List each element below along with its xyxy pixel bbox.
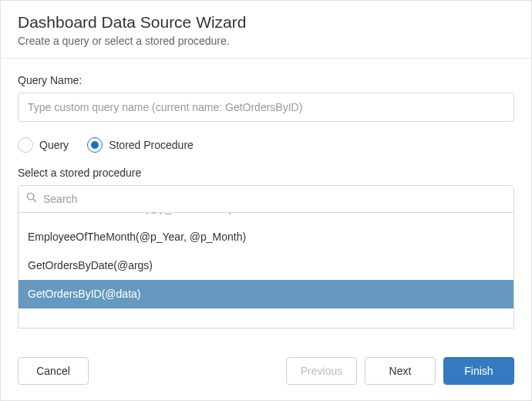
radio-stored-procedure-label: Stored Procedure <box>109 139 194 151</box>
wizard-subtitle: Create a query or select a stored proced… <box>18 35 514 47</box>
wizard-title: Dashboard Data Source Wizard <box>18 13 514 32</box>
cancel-button[interactable]: Cancel <box>18 357 89 385</box>
stored-procedure-search-input[interactable] <box>43 193 506 205</box>
list-item-label: GetOrdersByDate(@args) <box>28 259 153 271</box>
radio-query-label: Query <box>39 139 69 151</box>
next-button[interactable]: Next <box>365 357 436 385</box>
stored-procedure-list[interactable]: CustomerProductDetails(@p_CustomerID) Em… <box>18 213 514 329</box>
previous-button: Previous <box>286 357 357 385</box>
query-name-input[interactable] <box>18 93 514 122</box>
wizard-body: Query Name: Query Stored Procedure Selec… <box>1 59 531 343</box>
wizard-footer: Cancel Previous Next Finish <box>1 343 531 400</box>
stored-procedure-label: Select a stored procedure <box>18 167 514 179</box>
radio-stored-procedure[interactable]: Stored Procedure <box>87 137 194 153</box>
list-item[interactable]: EmployeeOfTheMonth(@p_Year, @p_Month) <box>19 223 513 251</box>
radio-query-indicator <box>18 137 33 153</box>
query-name-label: Query Name: <box>18 74 514 86</box>
wizard-dialog: Dashboard Data Source Wizard Create a qu… <box>0 0 532 401</box>
list-item[interactable]: CustomerProductDetails(@p_CustomerID) <box>19 213 513 223</box>
radio-stored-procedure-indicator <box>87 137 103 153</box>
stored-procedure-search[interactable] <box>18 185 514 213</box>
list-item-label: EmployeeOfTheMonth(@p_Year, @p_Month) <box>28 231 246 243</box>
list-item-label: CustomerProductDetails(@p_CustomerID) <box>28 213 233 214</box>
mode-radio-group: Query Stored Procedure <box>18 137 514 153</box>
finish-button[interactable]: Finish <box>443 357 514 385</box>
wizard-header: Dashboard Data Source Wizard Create a qu… <box>1 1 531 59</box>
list-item[interactable]: GetOrdersByID(@data) <box>19 280 513 308</box>
radio-query[interactable]: Query <box>18 137 69 153</box>
search-icon <box>26 192 37 206</box>
list-item-label: GetOrdersByID(@data) <box>28 288 140 300</box>
list-item[interactable]: GetOrdersByDate(@args) <box>19 251 513 280</box>
